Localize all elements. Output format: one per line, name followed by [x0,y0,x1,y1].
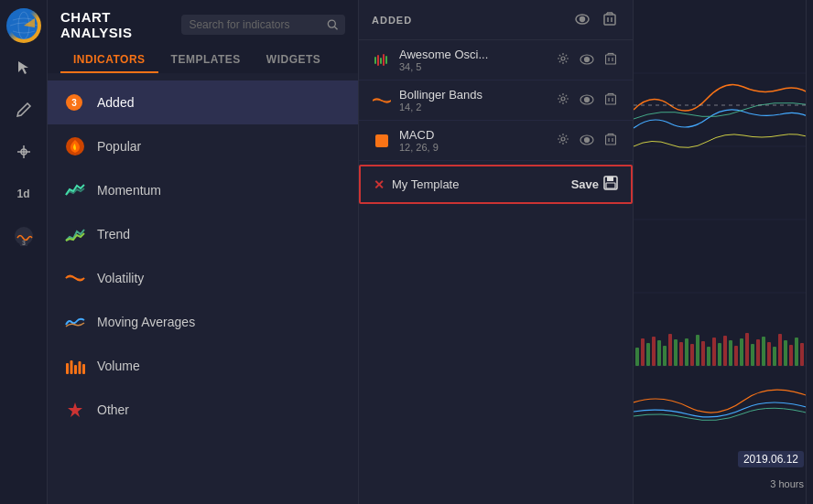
cursor-tool[interactable] [5,49,42,86]
category-added[interactable]: 3 Added [48,80,358,124]
svg-rect-51 [606,135,616,145]
svg-rect-90 [756,339,760,366]
svg-rect-15 [82,364,85,374]
chart-scrollbar[interactable] [806,0,813,504]
template-name-input[interactable] [392,177,564,191]
svg-rect-75 [674,339,678,366]
template-close-btn[interactable]: ✕ [374,177,385,192]
tab-indicators[interactable]: INDICATORS [60,48,158,73]
bollinger-name: Bollinger Bands [399,88,547,102]
moving-averages-icon [62,309,88,335]
svg-text:3: 3 [22,240,26,246]
crosshair-tool[interactable] [5,134,42,170]
macd-name: MACD [399,128,547,142]
svg-rect-33 [606,55,616,64]
category-trend[interactable]: Trend [48,212,358,256]
timeframe-label: 1d [16,188,29,200]
chart-svg [634,0,813,504]
timeframe-1d[interactable]: 1d [5,176,42,212]
main-panel: CHART ANALYSIS INDICATORS TEMPLATES WIDG… [48,0,359,504]
svg-rect-92 [767,342,771,366]
svg-rect-11 [66,363,69,374]
svg-rect-96 [789,345,793,366]
volatility-icon [62,265,88,291]
category-momentum[interactable]: Momentum [48,168,358,212]
svg-rect-79 [696,335,699,366]
svg-rect-81 [707,347,710,366]
save-label: Save [571,177,599,191]
svg-rect-87 [740,338,743,366]
globe-icon-btn[interactable] [5,7,42,44]
svg-rect-60 [634,0,813,504]
macd-settings-icon[interactable] [554,133,572,148]
category-moving-averages[interactable]: Moving Averages [48,300,358,344]
category-popular-label: Popular [97,139,141,154]
svg-rect-77 [685,338,688,366]
svg-rect-74 [668,334,672,366]
tab-row: INDICATORS TEMPLATES WIDGETS [60,48,345,73]
svg-rect-25 [374,57,376,64]
macd-icon [372,131,392,151]
svg-point-48 [561,137,565,141]
svg-rect-95 [784,340,787,366]
svg-rect-73 [663,346,667,366]
tab-templates[interactable]: TEMPLATES [158,48,254,73]
svg-point-50 [585,137,590,142]
macd-box-icon [375,134,388,147]
awesome-name: Awesome Osci... [399,48,547,61]
delete-all-icon[interactable] [600,11,620,28]
category-volatility-label: Volatility [97,271,144,285]
bollinger-visibility-icon[interactable] [578,93,596,108]
svg-rect-69 [641,338,645,366]
svg-rect-42 [606,95,616,104]
awesome-delete-icon[interactable] [602,52,620,68]
category-volatility[interactable]: Volatility [48,256,358,300]
macd-delete-icon[interactable] [602,133,620,148]
timeframe-label: 3 hours [770,478,804,489]
template-row: ✕ Save [359,165,633,204]
awesome-settings-icon[interactable] [554,52,572,68]
indicators-header: ADDED [359,0,633,40]
category-moving-averages-label: Moving Averages [97,315,195,329]
tab-widgets[interactable]: WIDGETS [254,48,334,73]
indicators-section-label: ADDED [372,15,565,26]
left-sidebar: 1d 3 [0,0,48,504]
panel-header: CHART ANALYSIS INDICATORS TEMPLATES WIDG… [48,0,358,73]
search-input[interactable] [189,18,320,31]
bollinger-icon [372,91,392,111]
bollinger-settings-icon[interactable] [554,92,572,108]
category-volume-label: Volume [97,359,140,373]
svg-marker-16 [68,402,82,417]
svg-rect-58 [607,177,613,181]
category-volume[interactable]: Volume [48,344,358,388]
svg-rect-91 [762,337,765,366]
svg-rect-28 [383,54,385,66]
template-save-button[interactable]: Save [571,176,618,193]
visibility-icon[interactable] [572,12,592,27]
category-popular[interactable]: Popular [48,124,358,168]
svg-rect-68 [635,348,639,366]
category-list: 3 Added Popular Momentum [48,73,358,504]
category-added-label: Added [97,95,134,110]
category-trend-label: Trend [97,227,130,241]
svg-rect-85 [729,340,732,366]
awesome-visibility-icon[interactable] [578,53,596,68]
svg-rect-76 [679,342,683,366]
bollinger-delete-icon[interactable] [602,92,620,108]
indicator-bollinger: Bollinger Bands 14, 2 [359,80,633,121]
svg-line-9 [334,27,337,29]
category-momentum-label: Momentum [97,183,161,198]
search-bar[interactable] [181,15,345,35]
awesome-name-block: Awesome Osci... 34, 5 [399,48,547,72]
svg-rect-59 [606,183,615,188]
pencil-tool[interactable] [5,91,42,128]
svg-point-39 [561,97,565,101]
svg-rect-86 [734,346,738,366]
wave-tool[interactable]: 3 [5,218,42,254]
macd-name-block: MACD 12, 26, 9 [399,128,547,153]
svg-rect-80 [701,341,705,366]
volume-icon [62,353,88,379]
category-other[interactable]: Other [48,388,358,432]
macd-visibility-icon[interactable] [578,134,596,148]
macd-actions [554,133,620,148]
